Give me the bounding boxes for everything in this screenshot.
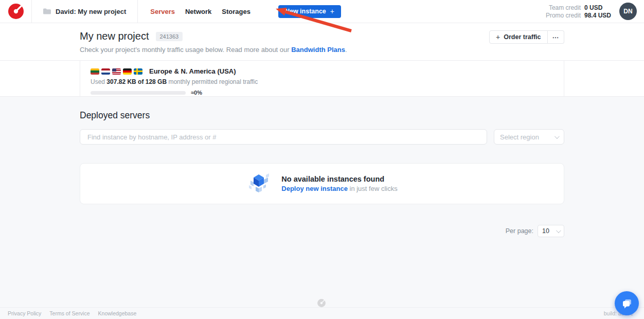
folder-icon	[43, 8, 51, 14]
footer: Privacy Policy Terms of Service Knowledg…	[0, 307, 644, 319]
top-navbar: David: My new project Servers Network St…	[0, 0, 644, 23]
used-amount: 307.82 KB of 128 GB	[106, 78, 167, 85]
project-switcher-label: David: My new project	[56, 8, 126, 15]
privacy-policy-link[interactable]: Privacy Policy	[8, 310, 41, 316]
flag-usa-icon	[112, 68, 121, 75]
loader-logo-icon	[317, 298, 326, 308]
per-page-label: Per page:	[506, 227, 533, 235]
subtitle-text: Check your project's monthly traffic usa…	[80, 46, 291, 54]
used-suffix: monthly permitted regional traffic	[167, 78, 258, 85]
instance-search-input[interactable]	[80, 129, 487, 145]
more-actions-button[interactable]: ⋯	[548, 30, 565, 44]
knowledgebase-link[interactable]: Knowledgebase	[98, 310, 137, 316]
brand-logo[interactable]	[0, 0, 32, 23]
chevron-down-icon	[554, 134, 560, 139]
project-switcher[interactable]: David: My new project	[32, 0, 138, 23]
ellipsis-icon: ⋯	[552, 33, 560, 41]
nav-storages[interactable]: Storages	[222, 8, 251, 15]
traffic-progress-label: ≈0%	[191, 90, 202, 96]
filter-row: Select region	[80, 129, 564, 145]
plus-icon: +	[330, 7, 334, 15]
subtitle-period: .	[345, 46, 347, 54]
order-traffic-button[interactable]: + Order traffic	[489, 30, 547, 44]
pagination-row: Per page: 10	[80, 225, 564, 237]
project-id-badge: 241363	[156, 32, 183, 41]
new-instance-label: New instance	[285, 8, 326, 15]
chevron-down-icon	[556, 228, 561, 233]
credits-summary: Team credit 0 USD Promo credit 98.4 USD	[546, 4, 611, 19]
empty-state-text: No available instances found Deploy new …	[281, 175, 397, 192]
per-page-select[interactable]: 10	[538, 225, 564, 237]
page: David: My new project Servers Network St…	[0, 0, 644, 319]
order-traffic-group: + Order traffic ⋯	[489, 30, 564, 44]
region-select-value: Select region	[500, 133, 539, 141]
project-subtitle: Check your project's monthly traffic usa…	[80, 46, 564, 54]
project-header-section: My new project 241363 Check your project…	[0, 23, 644, 60]
terms-of-service-link[interactable]: Terms of Service	[49, 310, 90, 316]
deployed-servers-section: Deployed servers Select region	[0, 97, 644, 319]
team-credit-label: Team credit	[546, 4, 581, 11]
team-credit-value: 0 USD	[584, 4, 611, 11]
per-page-value: 10	[542, 227, 549, 235]
traffic-progress-row: ≈0%	[91, 90, 553, 96]
section-heading: Deployed servers	[80, 97, 564, 121]
user-avatar[interactable]: DN	[619, 3, 637, 20]
new-instance-button[interactable]: New instance +	[278, 5, 341, 18]
empty-state-title: No available instances found	[281, 175, 397, 183]
page-title: My new project	[80, 30, 149, 42]
nav-servers[interactable]: Servers	[150, 8, 175, 15]
deploy-new-instance-link[interactable]: Deploy new instance	[281, 185, 348, 192]
traffic-usage-card: Europe & N. America (USA) Used 307.82 KB…	[80, 61, 564, 96]
promo-credit-value: 98.4 USD	[584, 12, 611, 19]
used-prefix: Used	[91, 78, 106, 85]
cherry-logo-icon	[7, 3, 25, 20]
flag-germany-icon	[123, 68, 132, 75]
nav-network[interactable]: Network	[185, 8, 211, 15]
flag-sweden-icon	[134, 68, 142, 75]
flag-netherlands-icon	[101, 68, 110, 75]
flag-lithuania-icon	[91, 68, 99, 75]
empty-state-card: No available instances found Deploy new …	[80, 163, 564, 204]
bandwidth-plans-link[interactable]: Bandwidth Plans	[291, 46, 345, 54]
order-traffic-label: Order traffic	[504, 33, 541, 41]
cube-empty-state-icon	[246, 171, 271, 196]
traffic-progress-bar	[91, 91, 186, 95]
empty-state-suffix: in just few clicks	[348, 185, 398, 192]
traffic-used-line: Used 307.82 KB of 128 GB monthly permitt…	[91, 78, 553, 85]
chat-bubble-icon	[621, 297, 633, 310]
header-right: Team credit 0 USD Promo credit 98.4 USD …	[546, 3, 644, 20]
region-title: Europe & N. America (USA)	[149, 67, 236, 75]
chat-widget-button[interactable]	[615, 291, 639, 315]
traffic-usage-section: Europe & N. America (USA) Used 307.82 KB…	[0, 60, 644, 97]
promo-credit-label: Promo credit	[546, 12, 581, 19]
region-row: Europe & N. America (USA)	[91, 67, 553, 75]
plus-icon: +	[496, 33, 500, 41]
main-nav: Servers Network Storages	[138, 8, 263, 15]
empty-state-subtitle: Deploy new instance in just few clicks	[281, 185, 397, 192]
region-select[interactable]: Select region	[494, 129, 564, 145]
